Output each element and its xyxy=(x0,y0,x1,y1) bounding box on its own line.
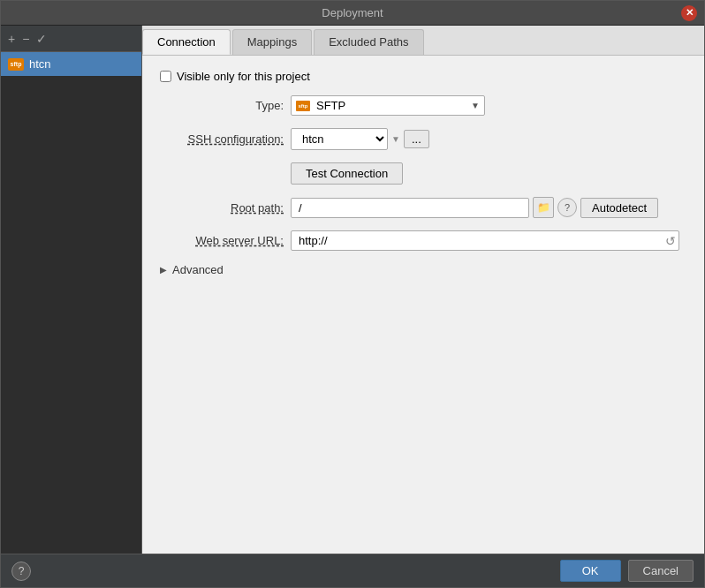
advanced-arrow-icon: ▶ xyxy=(160,265,167,275)
visible-only-checkbox[interactable] xyxy=(160,71,171,82)
tab-mappings[interactable]: Mappings xyxy=(232,29,312,55)
advanced-section[interactable]: ▶ Advanced xyxy=(160,263,686,276)
sidebar: + − ✓ sftp htcn xyxy=(1,26,142,554)
bottom-right-buttons: OK Cancel xyxy=(560,560,694,582)
sftp-select-icon: sftp xyxy=(296,101,310,111)
title-bar: Deployment ✕ xyxy=(1,1,704,26)
ssh-config-wrapper: htcn ▼ ... xyxy=(291,128,429,150)
web-server-url-label: Web server URL: xyxy=(160,234,284,247)
sidebar-item-label: htcn xyxy=(29,57,51,71)
web-server-url-row: Web server URL: ↺ xyxy=(160,230,686,251)
confirm-button[interactable]: ✓ xyxy=(34,33,49,45)
add-server-button[interactable]: + xyxy=(6,33,17,45)
root-path-row: Root path: 📁 ? Autodetect xyxy=(160,197,686,218)
ssh-select-arrow-icon: ▼ xyxy=(391,134,400,144)
sftp-icon: sftp xyxy=(8,58,24,71)
dialog-title: Deployment xyxy=(24,6,681,19)
ok-button[interactable]: OK xyxy=(560,560,621,582)
cancel-button[interactable]: Cancel xyxy=(628,560,694,582)
help-button[interactable]: ? xyxy=(11,562,31,581)
sidebar-item-htcn[interactable]: sftp htcn xyxy=(1,52,141,76)
visible-only-label: Visible only for this project xyxy=(177,70,310,83)
web-url-clear-button[interactable]: ↺ xyxy=(665,234,676,248)
ssh-config-row: SSH configuration: htcn ▼ ... xyxy=(160,128,686,150)
visible-only-row: Visible only for this project xyxy=(160,70,686,83)
root-path-label: Root path: xyxy=(160,201,284,215)
remove-server-button[interactable]: − xyxy=(20,33,31,45)
ssh-config-label: SSH configuration: xyxy=(160,132,284,146)
form-area: Visible only for this project Type: sftp… xyxy=(142,56,704,554)
type-label: Type: xyxy=(160,99,284,112)
deployment-dialog: Deployment ✕ + − ✓ sftp htcn Connection … xyxy=(0,0,705,588)
test-connection-row: Test Connection xyxy=(291,162,686,185)
right-panel: Connection Mappings Excluded Paths Visib… xyxy=(142,26,704,554)
ssh-config-dots-button[interactable]: ... xyxy=(404,130,429,148)
ssh-config-select[interactable]: htcn xyxy=(291,128,388,150)
web-server-url-input[interactable] xyxy=(291,230,679,251)
autodetect-button[interactable]: Autodetect xyxy=(580,198,658,218)
sidebar-toolbar: + − ✓ xyxy=(1,26,141,52)
root-path-input[interactable] xyxy=(291,198,529,218)
root-path-help-button[interactable]: ? xyxy=(557,198,577,217)
tabs-bar: Connection Mappings Excluded Paths xyxy=(142,26,704,56)
tab-excluded-paths[interactable]: Excluded Paths xyxy=(314,29,423,55)
browse-folder-button[interactable]: 📁 xyxy=(533,197,554,218)
advanced-label: Advanced xyxy=(172,263,224,276)
bottom-bar: ? OK Cancel xyxy=(1,554,704,587)
type-select-container: sftp SFTP FTP Local or mounted folder ▼ xyxy=(291,95,485,116)
web-url-wrapper: ↺ xyxy=(291,230,679,251)
main-content: + − ✓ sftp htcn Connection Mappings Excl… xyxy=(1,26,704,554)
type-select[interactable]: SFTP FTP Local or mounted folder xyxy=(291,95,485,116)
tab-connection[interactable]: Connection xyxy=(142,29,231,55)
type-row: Type: sftp SFTP FTP Local or mounted fol… xyxy=(160,95,686,116)
close-button[interactable]: ✕ xyxy=(681,5,697,21)
root-path-wrapper: 📁 ? Autodetect xyxy=(291,197,658,218)
test-connection-button[interactable]: Test Connection xyxy=(291,162,403,185)
folder-icon: 📁 xyxy=(537,201,550,214)
